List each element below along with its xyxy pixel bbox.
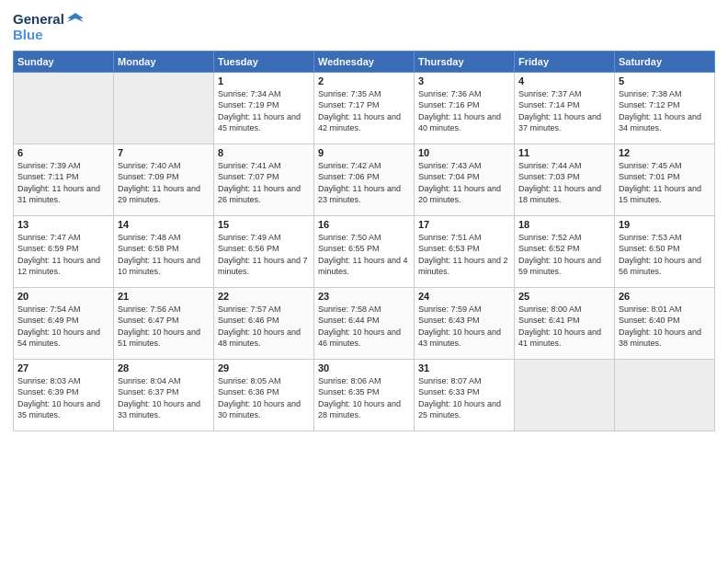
day-number: 3 bbox=[418, 75, 510, 86]
day-cell: 9Sunrise: 7:42 AM Sunset: 7:06 PM Daylig… bbox=[314, 144, 415, 215]
day-number: 13 bbox=[17, 219, 109, 230]
day-cell: 23Sunrise: 7:58 AM Sunset: 6:44 PM Dayli… bbox=[314, 287, 415, 359]
day-number: 1 bbox=[218, 75, 310, 86]
day-number: 29 bbox=[218, 362, 310, 373]
day-number: 14 bbox=[118, 219, 210, 230]
day-cell: 1Sunrise: 7:34 AM Sunset: 7:19 PM Daylig… bbox=[214, 72, 314, 144]
day-info: Sunrise: 7:47 AM Sunset: 6:59 PM Dayligh… bbox=[17, 232, 109, 278]
day-number: 15 bbox=[218, 219, 310, 230]
calendar-body: 1Sunrise: 7:34 AM Sunset: 7:19 PM Daylig… bbox=[14, 72, 715, 431]
week-row-4: 20Sunrise: 7:54 AM Sunset: 6:49 PM Dayli… bbox=[14, 287, 715, 359]
day-info: Sunrise: 7:41 AM Sunset: 7:07 PM Dayligh… bbox=[218, 160, 310, 206]
day-cell bbox=[14, 72, 114, 144]
week-row-3: 13Sunrise: 7:47 AM Sunset: 6:59 PM Dayli… bbox=[14, 215, 715, 287]
day-number: 21 bbox=[118, 291, 210, 302]
day-number: 19 bbox=[619, 219, 711, 230]
day-info: Sunrise: 7:54 AM Sunset: 6:49 PM Dayligh… bbox=[17, 304, 109, 350]
day-number: 10 bbox=[418, 147, 510, 158]
day-info: Sunrise: 8:00 AM Sunset: 6:41 PM Dayligh… bbox=[518, 304, 610, 350]
week-row-5: 27Sunrise: 8:03 AM Sunset: 6:39 PM Dayli… bbox=[14, 359, 715, 431]
weekday-header-monday: Monday bbox=[114, 51, 214, 72]
day-number: 8 bbox=[218, 147, 310, 158]
day-info: Sunrise: 7:42 AM Sunset: 7:06 PM Dayligh… bbox=[318, 160, 410, 206]
day-number: 30 bbox=[318, 362, 410, 373]
day-info: Sunrise: 7:37 AM Sunset: 7:14 PM Dayligh… bbox=[518, 88, 610, 134]
day-cell: 15Sunrise: 7:49 AM Sunset: 6:56 PM Dayli… bbox=[214, 215, 314, 287]
day-cell: 7Sunrise: 7:40 AM Sunset: 7:09 PM Daylig… bbox=[114, 144, 214, 215]
day-cell: 19Sunrise: 7:53 AM Sunset: 6:50 PM Dayli… bbox=[615, 215, 715, 287]
logo-general: General bbox=[13, 12, 64, 28]
weekday-header-friday: Friday bbox=[515, 51, 615, 72]
day-cell: 6Sunrise: 7:39 AM Sunset: 7:11 PM Daylig… bbox=[14, 144, 114, 215]
day-cell: 31Sunrise: 8:07 AM Sunset: 6:33 PM Dayli… bbox=[415, 359, 515, 431]
week-row-2: 6Sunrise: 7:39 AM Sunset: 7:11 PM Daylig… bbox=[14, 144, 715, 215]
day-info: Sunrise: 7:39 AM Sunset: 7:11 PM Dayligh… bbox=[17, 160, 109, 206]
day-number: 17 bbox=[418, 219, 510, 230]
day-info: Sunrise: 7:58 AM Sunset: 6:44 PM Dayligh… bbox=[318, 304, 410, 350]
day-info: Sunrise: 7:57 AM Sunset: 6:46 PM Dayligh… bbox=[218, 304, 310, 350]
day-cell: 16Sunrise: 7:50 AM Sunset: 6:55 PM Dayli… bbox=[314, 215, 415, 287]
day-number: 6 bbox=[17, 147, 109, 158]
day-number: 31 bbox=[418, 362, 510, 373]
logo-bird-icon bbox=[67, 11, 84, 28]
day-info: Sunrise: 8:07 AM Sunset: 6:33 PM Dayligh… bbox=[418, 375, 510, 421]
day-number: 24 bbox=[418, 291, 510, 302]
day-info: Sunrise: 8:06 AM Sunset: 6:35 PM Dayligh… bbox=[318, 375, 410, 421]
logo: General Blue bbox=[13, 11, 84, 43]
day-number: 9 bbox=[318, 147, 410, 158]
day-cell: 20Sunrise: 7:54 AM Sunset: 6:49 PM Dayli… bbox=[14, 287, 114, 359]
svg-marker-0 bbox=[67, 13, 84, 22]
day-info: Sunrise: 8:04 AM Sunset: 6:37 PM Dayligh… bbox=[118, 375, 210, 421]
day-info: Sunrise: 7:48 AM Sunset: 6:58 PM Dayligh… bbox=[118, 232, 210, 278]
day-number: 25 bbox=[518, 291, 610, 302]
day-cell bbox=[615, 359, 715, 431]
day-info: Sunrise: 7:49 AM Sunset: 6:56 PM Dayligh… bbox=[218, 232, 310, 278]
day-info: Sunrise: 7:50 AM Sunset: 6:55 PM Dayligh… bbox=[318, 232, 410, 278]
day-number: 22 bbox=[218, 291, 310, 302]
day-info: Sunrise: 8:03 AM Sunset: 6:39 PM Dayligh… bbox=[17, 375, 109, 421]
day-info: Sunrise: 7:38 AM Sunset: 7:12 PM Dayligh… bbox=[619, 88, 711, 134]
day-number: 28 bbox=[118, 362, 210, 373]
day-info: Sunrise: 7:56 AM Sunset: 6:47 PM Dayligh… bbox=[118, 304, 210, 350]
day-info: Sunrise: 7:51 AM Sunset: 6:53 PM Dayligh… bbox=[418, 232, 510, 278]
day-number: 23 bbox=[318, 291, 410, 302]
day-cell: 26Sunrise: 8:01 AM Sunset: 6:40 PM Dayli… bbox=[615, 287, 715, 359]
day-info: Sunrise: 7:53 AM Sunset: 6:50 PM Dayligh… bbox=[619, 232, 711, 278]
weekday-header-thursday: Thursday bbox=[415, 51, 515, 72]
day-cell: 5Sunrise: 7:38 AM Sunset: 7:12 PM Daylig… bbox=[615, 72, 715, 144]
day-info: Sunrise: 7:34 AM Sunset: 7:19 PM Dayligh… bbox=[218, 88, 310, 134]
day-cell: 2Sunrise: 7:35 AM Sunset: 7:17 PM Daylig… bbox=[314, 72, 415, 144]
day-cell: 8Sunrise: 7:41 AM Sunset: 7:07 PM Daylig… bbox=[214, 144, 314, 215]
day-number: 2 bbox=[318, 75, 410, 86]
day-cell: 10Sunrise: 7:43 AM Sunset: 7:04 PM Dayli… bbox=[415, 144, 515, 215]
day-cell: 12Sunrise: 7:45 AM Sunset: 7:01 PM Dayli… bbox=[615, 144, 715, 215]
week-row-1: 1Sunrise: 7:34 AM Sunset: 7:19 PM Daylig… bbox=[14, 72, 715, 144]
day-info: Sunrise: 7:35 AM Sunset: 7:17 PM Dayligh… bbox=[318, 88, 410, 134]
day-cell: 27Sunrise: 8:03 AM Sunset: 6:39 PM Dayli… bbox=[14, 359, 114, 431]
day-number: 16 bbox=[318, 219, 410, 230]
day-info: Sunrise: 7:52 AM Sunset: 6:52 PM Dayligh… bbox=[518, 232, 610, 278]
weekday-header-tuesday: Tuesday bbox=[214, 51, 314, 72]
day-cell bbox=[515, 359, 615, 431]
day-cell: 29Sunrise: 8:05 AM Sunset: 6:36 PM Dayli… bbox=[214, 359, 314, 431]
header: General Blue bbox=[13, 11, 715, 43]
day-number: 20 bbox=[17, 291, 109, 302]
day-cell: 18Sunrise: 7:52 AM Sunset: 6:52 PM Dayli… bbox=[515, 215, 615, 287]
day-cell: 14Sunrise: 7:48 AM Sunset: 6:58 PM Dayli… bbox=[114, 215, 214, 287]
day-info: Sunrise: 7:40 AM Sunset: 7:09 PM Dayligh… bbox=[118, 160, 210, 206]
day-cell: 30Sunrise: 8:06 AM Sunset: 6:35 PM Dayli… bbox=[314, 359, 415, 431]
weekday-header-wednesday: Wednesday bbox=[314, 51, 415, 72]
day-cell: 11Sunrise: 7:44 AM Sunset: 7:03 PM Dayli… bbox=[515, 144, 615, 215]
day-number: 4 bbox=[518, 75, 610, 86]
day-cell: 17Sunrise: 7:51 AM Sunset: 6:53 PM Dayli… bbox=[415, 215, 515, 287]
day-cell: 21Sunrise: 7:56 AM Sunset: 6:47 PM Dayli… bbox=[114, 287, 214, 359]
day-number: 27 bbox=[17, 362, 109, 373]
day-info: Sunrise: 7:44 AM Sunset: 7:03 PM Dayligh… bbox=[518, 160, 610, 206]
day-cell: 22Sunrise: 7:57 AM Sunset: 6:46 PM Dayli… bbox=[214, 287, 314, 359]
weekday-header-sunday: Sunday bbox=[14, 51, 114, 72]
day-cell: 3Sunrise: 7:36 AM Sunset: 7:16 PM Daylig… bbox=[415, 72, 515, 144]
day-info: Sunrise: 7:43 AM Sunset: 7:04 PM Dayligh… bbox=[418, 160, 510, 206]
calendar-container: General Blue SundayMondayTuesdayWednesda… bbox=[0, 0, 728, 563]
day-cell bbox=[114, 72, 214, 144]
logo-text: General Blue bbox=[13, 11, 84, 43]
